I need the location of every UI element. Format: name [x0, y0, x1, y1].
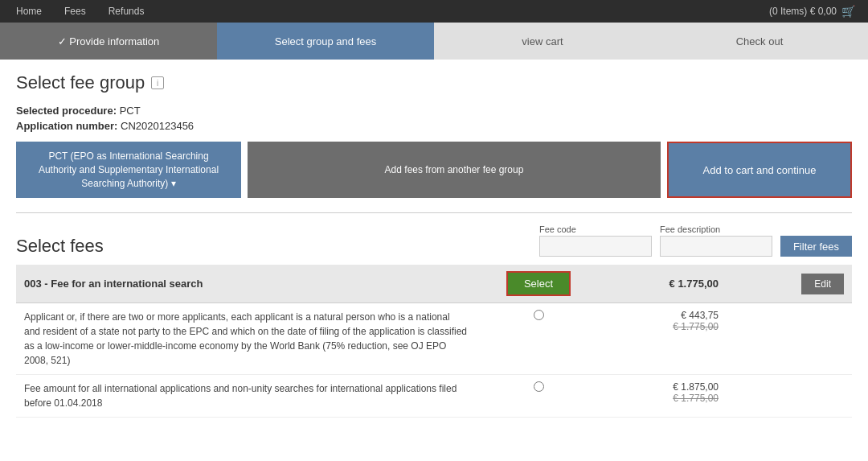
- meta-info: Selected procedure: PCT Application numb…: [16, 105, 852, 132]
- fees-table: 003 - Fee for an international search Se…: [16, 265, 852, 418]
- detail-radio-cell-0-1: [476, 375, 601, 418]
- main-content: Select fee group i Selected procedure: P…: [0, 60, 868, 430]
- detail-desc-0-1: Fee amount for all international applica…: [16, 375, 476, 418]
- fee-edit-cell-0: Edit: [727, 265, 852, 303]
- fee-code-input[interactable]: [539, 236, 652, 257]
- filter-row: Fee code Fee description Filter fees: [539, 224, 852, 257]
- nav-links: Home Fees Refunds: [13, 6, 147, 17]
- fee-desc-label: Fee description: [660, 224, 772, 234]
- fee-desc-input[interactable]: [660, 236, 772, 257]
- nav-refunds[interactable]: Refunds: [105, 6, 148, 17]
- cart-info: (0 Items) € 0,00 🛒: [769, 5, 855, 18]
- cart-icon[interactable]: 🛒: [841, 5, 855, 18]
- detail-amount-strikethrough-0-1: € 1.775,00: [673, 393, 719, 404]
- step-provide-information[interactable]: ✓ Provide information: [0, 23, 217, 60]
- detail-radio-cell-0-0: [476, 303, 601, 375]
- fee-group-button[interactable]: PCT (EPO as International Searching Auth…: [16, 142, 241, 198]
- divider: [16, 212, 852, 213]
- top-nav: Home Fees Refunds (0 Items) € 0,00 🛒: [0, 0, 868, 23]
- steps-bar: ✓ Provide information Select group and f…: [0, 23, 868, 60]
- select-fees-title: Select fees: [16, 236, 104, 257]
- detail-amount-0-0: € 443,75 € 1.775,00: [601, 303, 727, 375]
- fee-row-0: 003 - Fee for an international search Se…: [16, 265, 852, 303]
- detail-empty-0-1: [727, 375, 852, 418]
- select-fees-header: Select fees Fee code Fee description Fil…: [16, 224, 852, 257]
- detail-radio-0-1[interactable]: [534, 381, 544, 392]
- fee-desc-field: Fee description: [660, 224, 772, 257]
- fee-detail-row-0-1: Fee amount for all international applica…: [16, 375, 852, 418]
- fee-detail-row-0-0: Applicant or, if there are two or more a…: [16, 303, 852, 375]
- add-another-button[interactable]: Add fees from another fee group: [248, 142, 661, 198]
- page-title: Select fee group i: [16, 72, 852, 93]
- nav-home[interactable]: Home: [13, 6, 45, 17]
- cart-count-label: (0 Items) € 0,00: [769, 6, 837, 17]
- procedure-row: Selected procedure: PCT: [16, 105, 852, 117]
- fee-name-0: 003 - Fee for an international search: [16, 265, 476, 303]
- nav-fees[interactable]: Fees: [61, 6, 89, 17]
- step-view-cart[interactable]: view cart: [434, 23, 651, 60]
- step-check-out[interactable]: Check out: [651, 23, 868, 60]
- detail-amount-0-1: € 1.875,00 € 1.775,00: [601, 375, 727, 418]
- step-select-group-fees[interactable]: Select group and fees: [217, 23, 434, 60]
- detail-amount-strikethrough-0-0: € 1.775,00: [673, 321, 719, 332]
- edit-button-0[interactable]: Edit: [801, 274, 844, 294]
- detail-desc-0-0: Applicant or, if there are two or more a…: [16, 303, 476, 375]
- fee-code-field: Fee code: [539, 224, 652, 257]
- fee-group-row: PCT (EPO as International Searching Auth…: [16, 142, 852, 198]
- filter-fees-button[interactable]: Filter fees: [780, 236, 852, 257]
- fee-amount-0: € 1.775,00: [601, 265, 727, 303]
- detail-empty-0-0: [727, 303, 852, 375]
- detail-radio-0-0[interactable]: [534, 310, 544, 320]
- fee-select-cell-0: Select: [476, 265, 601, 303]
- application-row: Application number: CN2020123456: [16, 120, 852, 132]
- add-to-cart-button[interactable]: Add to cart and continue: [667, 142, 852, 198]
- select-button-0[interactable]: Select: [506, 271, 571, 296]
- fee-code-label: Fee code: [539, 224, 652, 234]
- info-icon[interactable]: i: [151, 76, 164, 89]
